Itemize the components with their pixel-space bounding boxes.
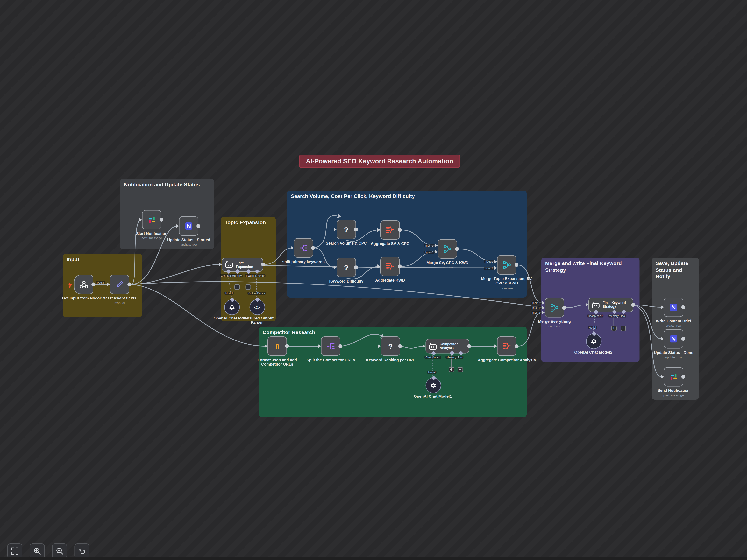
input-port[interactable]: [139, 218, 142, 221]
input-port[interactable]: [378, 344, 381, 348]
sub-connector-label: Memory: [608, 315, 620, 318]
node-keyword-ranking-per-url[interactable]: ?: [381, 337, 400, 356]
node-set-relevant-fields[interactable]: [110, 275, 129, 294]
node-openai-chat-model[interactable]: [224, 299, 240, 315]
fit-view-icon: [11, 548, 19, 555]
input-port[interactable]: [542, 305, 545, 309]
input-port[interactable]: [423, 344, 426, 348]
node-aggregate-competitor-analysis[interactable]: [497, 337, 516, 356]
node-split-primary-keywords[interactable]: [294, 238, 313, 258]
brackets-icon: <>: [254, 304, 260, 310]
sub-connector-label: Chat Model*: [424, 356, 441, 359]
input-port[interactable]: [264, 344, 267, 348]
input-port[interactable]: [176, 224, 179, 228]
openai-icon: [590, 338, 597, 345]
node-search-volume-cpc[interactable]: ?: [337, 220, 356, 239]
node-competitor-analysis[interactable]: Competitor Analysis: [426, 339, 469, 353]
node-label: Aggregate SV & CPC: [361, 242, 419, 246]
node-label: Keyword Ranking per URL: [361, 358, 420, 363]
node-update-status-done[interactable]: [664, 329, 684, 349]
aggregate-icon: [503, 342, 511, 350]
merge-icon: [443, 245, 451, 253]
input-port[interactable]: [435, 243, 438, 247]
node-keyword-difficulty[interactable]: ?: [337, 258, 356, 277]
zoom-out-button[interactable]: [52, 543, 67, 559]
node-label: Update Status - Startedupdate: row: [159, 238, 218, 246]
zoom-in-button[interactable]: [30, 543, 45, 559]
node-aggregate-sv-cpc[interactable]: [380, 220, 400, 240]
workflow-title-note[interactable]: AI-Powered SEO Keyword Research Automati…: [299, 155, 460, 168]
node-structured-output-parser[interactable]: <>: [250, 299, 265, 315]
input-port[interactable]: [661, 305, 664, 309]
node-update-status-started[interactable]: [179, 216, 199, 236]
notion-icon: [670, 303, 677, 311]
add-node-button[interactable]: +: [457, 367, 463, 373]
input-port[interactable]: [494, 260, 497, 264]
node-label: Aggregate Competitor Analysis: [478, 358, 536, 363]
node-get-input-from-nocodb[interactable]: [74, 275, 93, 294]
input-port[interactable]: [318, 344, 321, 348]
workflow-canvas[interactable]: AI-Powered SEO Keyword Research Automati…: [0, 0, 747, 560]
node-start-notification[interactable]: [142, 210, 161, 230]
input-port[interactable]: [494, 266, 497, 270]
node-send-notification[interactable]: [664, 367, 684, 386]
input-port[interactable]: [291, 246, 294, 250]
input-port[interactable]: [334, 227, 337, 231]
node-title: Final Keyword Strategy: [603, 301, 630, 309]
node-merge-everything[interactable]: [545, 298, 564, 318]
input-port[interactable]: [661, 374, 664, 378]
output-port[interactable]: [261, 263, 265, 266]
add-node-button[interactable]: +: [620, 326, 626, 331]
node-merge-sv-cpc-kwd[interactable]: [438, 239, 457, 259]
sub-connector-label: Tool: [620, 315, 626, 318]
node-label: Split the Competitor URLs: [302, 358, 360, 363]
node-label: Merge Everythingcombine: [525, 319, 584, 328]
input-port-label: Input 2: [484, 267, 494, 270]
node-merge-topic-expansion-sv-cpc-kwd[interactable]: [497, 255, 516, 275]
slack-icon: [670, 373, 677, 380]
input-port[interactable]: [494, 344, 497, 348]
input-port[interactable]: [107, 282, 110, 286]
input-port[interactable]: [334, 265, 337, 269]
fit-view-button[interactable]: [7, 543, 23, 559]
input-port[interactable]: [586, 302, 589, 306]
notion-icon: [670, 335, 677, 343]
robot-icon: [591, 301, 600, 309]
input-port-label: Input 2: [424, 251, 434, 254]
input-port[interactable]: [435, 250, 438, 254]
window-edge: [0, 557, 747, 560]
sub-connector-label: Memory: [445, 356, 457, 359]
add-node-button[interactable]: +: [611, 326, 616, 331]
node-split-the-competitor-urls[interactable]: [321, 337, 340, 356]
input-port-label: Input 2: [531, 306, 541, 309]
aggregate-icon: [386, 263, 394, 270]
input-port[interactable]: [219, 263, 222, 266]
node-final-keyword-strategy[interactable]: Final Keyword Strategy: [589, 297, 633, 312]
input-port[interactable]: [378, 264, 380, 268]
node-openai-chat-model1[interactable]: [426, 378, 441, 393]
node-topic-expansion-node[interactable]: Topic Expansion: [222, 258, 263, 272]
add-node-button[interactable]: +: [234, 285, 240, 290]
input-port[interactable]: [542, 301, 545, 304]
input-port[interactable]: [378, 228, 380, 232]
node-label: Aggregate KWD: [361, 278, 419, 283]
add-node-button[interactable]: +: [245, 285, 251, 290]
node-openai-chat-model2[interactable]: [586, 334, 602, 349]
node-format-json-add-competitor-urls[interactable]: {}: [267, 337, 287, 356]
connector-chip: Output Parser: [248, 292, 266, 295]
input-port-label: Input 1: [424, 244, 434, 247]
openai-icon: [430, 382, 437, 389]
input-port[interactable]: [542, 310, 545, 314]
input-port[interactable]: [661, 337, 664, 341]
question-icon: ?: [388, 342, 393, 350]
node-aggregate-kwd[interactable]: [380, 257, 400, 276]
node-label: Update Status - Doneupdate: row: [644, 351, 703, 359]
sub-connector-label: Tool: [457, 356, 463, 359]
zoom-out-icon: [56, 548, 63, 555]
node-label: Structured Output Parser: [237, 316, 276, 325]
undo-button[interactable]: [75, 543, 90, 559]
node-write-content-brief[interactable]: [664, 297, 684, 317]
connector-chip: Model: [588, 326, 597, 329]
node-title: Topic Expansion: [236, 261, 260, 269]
add-node-button[interactable]: +: [448, 367, 454, 373]
